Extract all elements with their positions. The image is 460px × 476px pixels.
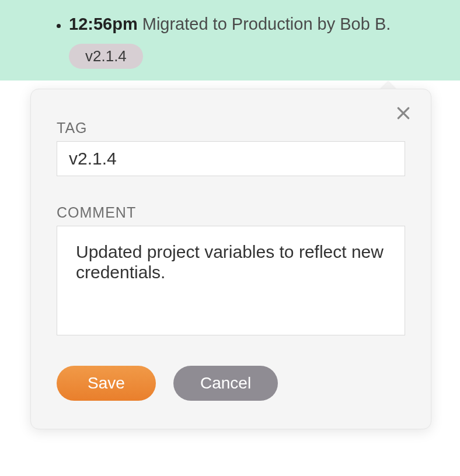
edit-tag-popover: TAG COMMENT Save Cancel: [30, 89, 431, 429]
close-icon: [396, 106, 411, 121]
activity-log-item: 12:56pm Migrated to Production by Bob B.…: [69, 13, 460, 69]
tag-input[interactable]: [57, 141, 405, 176]
cancel-button[interactable]: Cancel: [173, 366, 278, 401]
comment-label: COMMENT: [57, 204, 405, 221]
comment-field-group: COMMENT: [57, 204, 405, 338]
button-row: Save Cancel: [57, 366, 405, 401]
activity-log-text: 12:56pm Migrated to Production by Bob B.: [69, 13, 437, 36]
save-button[interactable]: Save: [57, 366, 156, 401]
activity-message: Migrated to Production by Bob B.: [142, 15, 391, 33]
activity-banner: 12:56pm Migrated to Production by Bob B.…: [0, 0, 460, 80]
tag-field-group: TAG: [57, 120, 405, 176]
activity-time: 12:56pm: [69, 15, 138, 33]
popover-body: TAG COMMENT Save Cancel: [30, 89, 431, 429]
tag-label: TAG: [57, 120, 405, 136]
close-button[interactable]: [392, 102, 414, 124]
version-tag-chip[interactable]: v2.1.4: [69, 44, 143, 69]
comment-textarea[interactable]: [57, 226, 405, 335]
